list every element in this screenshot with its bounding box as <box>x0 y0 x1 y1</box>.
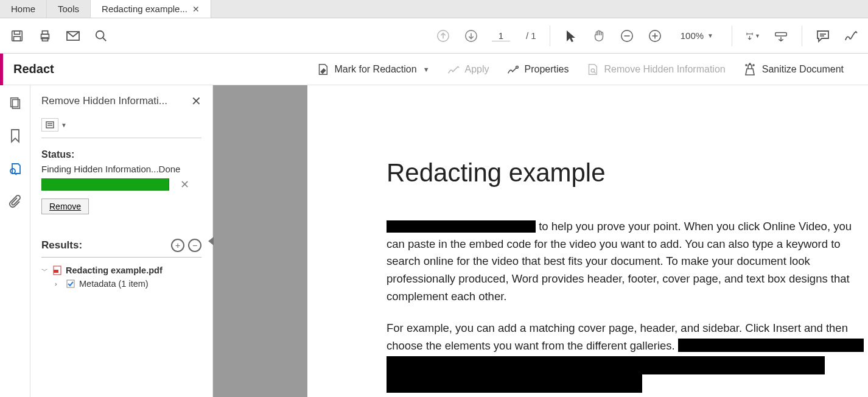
progress-bar <box>41 178 169 191</box>
document-heading: Redacting example <box>387 158 868 188</box>
chevron-down-icon: ▼ <box>423 66 430 73</box>
mark-for-redaction-button[interactable]: Mark for Redaction ▼ <box>316 63 429 76</box>
svg-rect-16 <box>775 32 786 36</box>
zoom-value: 100% <box>681 30 704 41</box>
remove-hidden-info-button: Remove Hidden Information <box>586 63 725 76</box>
tab-strip: Home Tools Redacting example... ✕ <box>0 0 868 18</box>
tab-tools[interactable]: Tools <box>47 0 91 18</box>
pdf-file-icon <box>52 265 62 275</box>
view-tools-group: 100% ▼ <box>564 28 718 43</box>
thumbnails-icon[interactable] <box>7 95 23 111</box>
close-icon[interactable]: ✕ <box>191 94 201 108</box>
email-icon[interactable] <box>66 29 80 43</box>
selection-tool-icon[interactable] <box>564 29 578 43</box>
bookmark-icon[interactable] <box>7 128 23 144</box>
save-icon[interactable] <box>10 29 24 43</box>
main-toolbar: / 1 100% ▼ ▼ <box>0 18 868 54</box>
svg-rect-5 <box>42 37 47 41</box>
search-icon[interactable] <box>94 29 108 43</box>
svg-rect-2 <box>14 36 21 40</box>
chevron-right-icon: › <box>55 280 62 287</box>
redaction-mark <box>387 220 536 233</box>
toolbar-divider <box>732 26 732 46</box>
tab-home[interactable]: Home <box>0 0 47 18</box>
comment-icon[interactable] <box>816 29 830 43</box>
toolbar-divider <box>802 26 802 46</box>
zoom-out-icon[interactable] <box>620 29 634 43</box>
svg-line-8 <box>103 37 107 41</box>
svg-rect-4 <box>42 30 47 34</box>
status-text: Finding Hidden Information...Done <box>41 164 201 174</box>
fit-width-icon[interactable]: ▼ <box>746 29 760 43</box>
scroll-mode-icon[interactable] <box>774 29 788 43</box>
tab-document-label: Redacting example... <box>102 4 187 14</box>
remove-button[interactable]: Remove <box>41 198 89 214</box>
tree-metadata-label: Metadata (1 item) <box>79 279 149 289</box>
remove-hidden-label: Remove Hidden Information <box>604 64 725 75</box>
apply-label: Apply <box>465 64 489 75</box>
workspace: Remove Hidden Informati... ✕ ▼ Status: F… <box>0 85 868 397</box>
chevron-down-icon: ﹀ <box>41 266 49 275</box>
svg-point-24 <box>753 65 754 66</box>
tree-file-label: Redacting example.pdf <box>66 265 163 275</box>
svg-rect-34 <box>67 280 74 287</box>
svg-rect-29 <box>46 122 54 128</box>
status-heading: Status: <box>41 149 201 160</box>
redaction-mark <box>678 339 864 352</box>
svg-point-23 <box>749 63 751 65</box>
document-gutter <box>213 85 307 397</box>
redaction-mark <box>387 356 825 374</box>
redact-title: Redact <box>0 62 54 76</box>
collapse-panel-handle[interactable] <box>208 237 214 245</box>
tree-metadata-row[interactable]: › Metadata (1 item) <box>41 277 201 290</box>
svg-rect-33 <box>54 270 58 273</box>
mark-label: Mark for Redaction <box>334 64 416 75</box>
sanitize-document-button[interactable]: Sanitize Document <box>743 63 844 76</box>
tab-document[interactable]: Redacting example... ✕ <box>91 0 211 18</box>
hidden-info-panel: Remove Hidden Informati... ✕ ▼ Status: F… <box>30 85 213 397</box>
accent-bar <box>0 54 3 85</box>
results-heading: Results: <box>41 239 82 251</box>
page-up-icon[interactable] <box>436 29 450 43</box>
zoom-in-icon[interactable] <box>648 29 662 43</box>
expand-all-button[interactable]: + <box>171 239 184 252</box>
sign-icon[interactable] <box>844 29 858 43</box>
page-total-label: / 1 <box>523 30 536 41</box>
chevron-down-icon: ▼ <box>755 33 760 39</box>
svg-point-19 <box>516 66 518 68</box>
zoom-select[interactable]: 100% ▼ <box>676 28 718 43</box>
svg-point-7 <box>96 30 104 38</box>
paragraph-2: For example, you can add a matching cove… <box>387 320 868 392</box>
svg-rect-1 <box>14 30 19 34</box>
tab-home-label: Home <box>11 4 35 14</box>
panel-title: Remove Hidden Informati... <box>41 95 167 107</box>
svg-point-27 <box>10 169 15 174</box>
page-number-input[interactable] <box>492 30 510 41</box>
apply-button: Apply <box>447 63 489 76</box>
document-view[interactable]: Redacting example to help you prove your… <box>307 85 868 397</box>
tree-file-row[interactable]: ﹀ Redacting example.pdf <box>41 264 201 277</box>
attachments-icon[interactable] <box>7 194 23 209</box>
panel-options-button[interactable] <box>41 118 58 132</box>
svg-point-22 <box>746 65 747 66</box>
chevron-down-icon: ▼ <box>707 32 713 39</box>
svg-line-21 <box>594 71 596 73</box>
page-nav-group: / 1 <box>436 29 536 43</box>
checkbox-checked-icon[interactable] <box>66 279 75 289</box>
hidden-info-panel-icon[interactable] <box>7 161 23 177</box>
close-icon[interactable]: ✕ <box>192 4 200 14</box>
paragraph-1: to help you prove your point. When you c… <box>387 218 868 305</box>
toolbar-divider <box>550 26 550 46</box>
collapse-all-button[interactable]: − <box>188 239 201 252</box>
side-rail <box>0 85 30 397</box>
page-down-icon[interactable] <box>464 29 478 43</box>
chevron-down-icon: ▼ <box>61 122 67 128</box>
tab-tools-label: Tools <box>58 4 79 14</box>
results-tree: ﹀ Redacting example.pdf › Metadata (1 it… <box>41 264 201 290</box>
hand-tool-icon[interactable] <box>592 29 606 43</box>
print-icon[interactable] <box>38 29 52 43</box>
properties-button[interactable]: Properties <box>506 63 569 76</box>
redact-toolbar: Redact Mark for Redaction ▼ Apply Proper… <box>0 54 868 85</box>
sanitize-label: Sanitize Document <box>762 64 844 75</box>
cancel-icon[interactable]: ✕ <box>180 178 189 191</box>
